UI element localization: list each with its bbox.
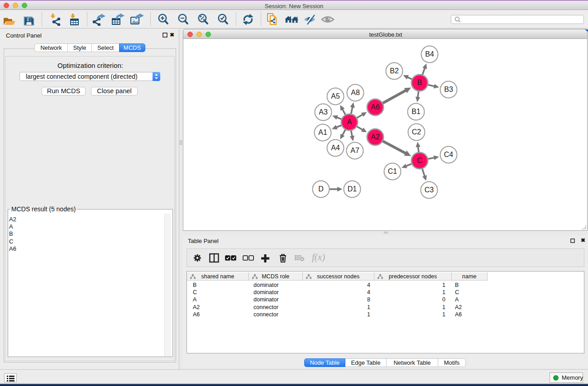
svg-text:B1: B1 bbox=[411, 108, 421, 115]
svg-text:C: C bbox=[417, 157, 422, 164]
svg-text:A3: A3 bbox=[319, 108, 328, 116]
svg-text:C2: C2 bbox=[412, 128, 421, 136]
svg-text:A7: A7 bbox=[350, 147, 359, 154]
svg-text:A5: A5 bbox=[331, 92, 340, 100]
svg-text:A1: A1 bbox=[318, 129, 327, 136]
svg-text:A6: A6 bbox=[371, 103, 380, 111]
svg-text:D: D bbox=[318, 185, 324, 193]
svg-text:B4: B4 bbox=[425, 50, 434, 58]
svg-text:C1: C1 bbox=[388, 167, 397, 175]
svg-text:B: B bbox=[417, 79, 422, 86]
svg-text:C4: C4 bbox=[444, 151, 454, 158]
svg-text:A: A bbox=[347, 118, 352, 126]
svg-text:D1: D1 bbox=[348, 185, 357, 193]
svg-text:A4: A4 bbox=[331, 144, 340, 152]
svg-text:A8: A8 bbox=[351, 89, 360, 96]
svg-text:B3: B3 bbox=[444, 86, 453, 93]
svg-text:A2: A2 bbox=[371, 133, 380, 141]
svg-text:C3: C3 bbox=[425, 186, 434, 194]
svg-text:B2: B2 bbox=[390, 67, 399, 75]
